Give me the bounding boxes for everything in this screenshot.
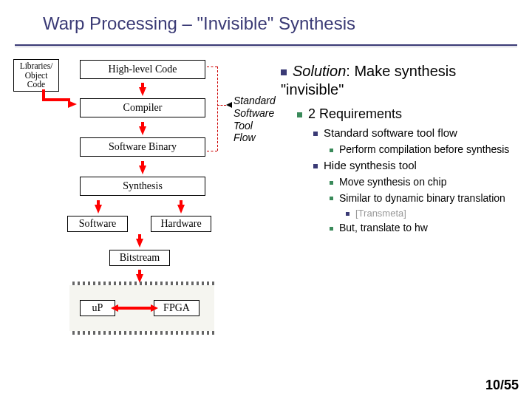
bullet-l5a: [Transmeta] bbox=[346, 208, 519, 219]
annotation-standard-software-tool-flow: Standard Software Tool Flow bbox=[233, 95, 276, 144]
brace-tick bbox=[217, 105, 226, 106]
hardware-box: Hardware bbox=[151, 216, 211, 232]
slide-number: 10/55 bbox=[485, 378, 519, 393]
bullet-l4c: Similar to dynamic binary translation bbox=[330, 192, 519, 205]
arrow-synth-to-software bbox=[95, 205, 102, 214]
synthesis-box: Synthesis bbox=[80, 177, 205, 196]
double-arrow-icon bbox=[118, 307, 151, 310]
brace-top bbox=[207, 66, 217, 67]
bullet-icon bbox=[330, 181, 333, 185]
arrow-libs-to-compiler-head bbox=[68, 100, 77, 108]
bullet-icon bbox=[330, 227, 333, 231]
arrow-compiler-to-swbin bbox=[139, 126, 146, 135]
bullet-icon bbox=[313, 164, 318, 168]
title-rule bbox=[15, 44, 517, 46]
bullet-icon bbox=[330, 149, 333, 152]
bullet-l2: 2 Requirements bbox=[297, 106, 519, 122]
bullet-icon bbox=[346, 212, 349, 216]
fpga-box: FPGA bbox=[154, 300, 200, 316]
slide-title: Warp Processing – "Invisible" Synthesis bbox=[0, 0, 532, 40]
brace-vert bbox=[217, 66, 218, 151]
software-binary-box: Software Binary bbox=[80, 137, 205, 157]
high-level-code-box: High-level Code bbox=[80, 60, 205, 79]
brace-bot bbox=[207, 151, 217, 151]
bullet-icon bbox=[297, 112, 302, 117]
bullet-list: Solution: Make synthesis "invisible" 2 R… bbox=[281, 62, 519, 238]
bullet-icon bbox=[281, 69, 287, 75]
bullet-l4a: Perform compilation before synthesis bbox=[330, 143, 519, 157]
software-box: Software bbox=[67, 216, 128, 232]
chip: uP FPGA bbox=[69, 285, 214, 331]
bullet-l1: Solution: Make synthesis "invisible" bbox=[281, 62, 519, 99]
title-rule-shadow bbox=[15, 47, 517, 47]
up-box: uP bbox=[80, 300, 115, 316]
bullet-l3b: Hide synthesis tool bbox=[313, 159, 519, 173]
bullet-icon bbox=[313, 132, 318, 136]
libraries-box: Libraries/ Object Code bbox=[13, 59, 59, 92]
bullet-icon bbox=[330, 197, 333, 200]
arrow-to-bitstream bbox=[136, 239, 143, 248]
bullet-l4b: Move synthesis on chip bbox=[330, 176, 519, 189]
arrow-libs-to-compiler bbox=[39, 89, 48, 106]
arrow-swbin-to-synth bbox=[139, 166, 146, 174]
brace-arrowhead-icon bbox=[226, 102, 232, 108]
compiler-box: Compiler bbox=[80, 98, 205, 117]
bullet-l4d: But, translate to hw bbox=[330, 222, 519, 235]
arrow-hlc-to-compiler bbox=[139, 87, 146, 96]
bullet-l3a: Standard software tool flow bbox=[313, 126, 519, 140]
arrow-synth-to-hardware bbox=[177, 205, 185, 214]
bitstream-box: Bitstream bbox=[109, 250, 170, 266]
